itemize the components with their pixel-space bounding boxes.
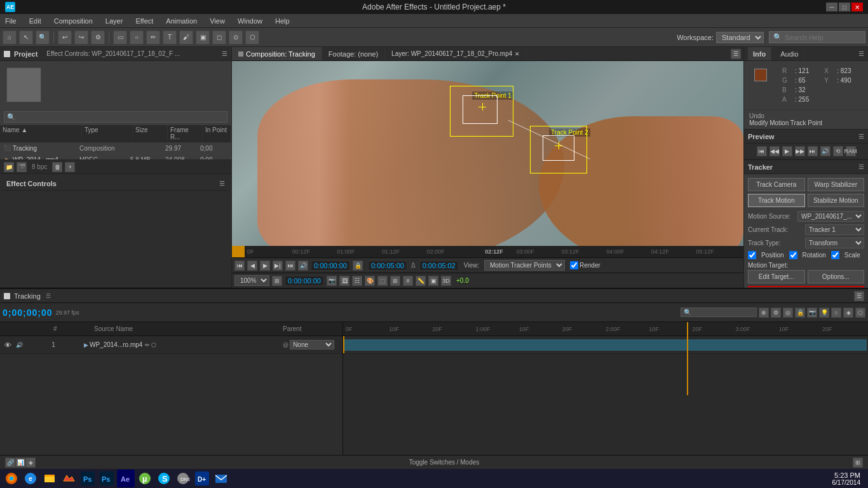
taskbar-ie[interactable]: e (22, 470, 39, 487)
render-checkbox[interactable] (570, 261, 578, 269)
effect-controls-menu-icon[interactable]: ☰ (219, 180, 225, 187)
rotation-checkbox[interactable] (789, 251, 797, 259)
list-item[interactable]: ▶ WP_2014...mp4 MPEG 5.8 MB 24.008 0;00 (0, 154, 231, 159)
layer-tab-close[interactable]: ✕ (515, 51, 520, 57)
layer-bar-row[interactable] (343, 336, 868, 354)
menu-file[interactable]: File (3, 16, 19, 26)
list-item[interactable]: ⬛ Tracking Composition 29.97 0;00 (0, 142, 231, 154)
preview-menu[interactable]: ☰ (858, 133, 864, 140)
toolbar-search[interactable]: 🔍 (36, 30, 50, 44)
current-track-select[interactable]: Tracker 1 (805, 224, 864, 235)
info-tab[interactable]: Info (748, 47, 771, 60)
layer-audio-btn[interactable]: 🔊 (14, 342, 24, 348)
taskbar-photoshop[interactable]: Ps (79, 470, 97, 487)
new-comp-btn[interactable]: 🎬 (17, 162, 27, 172)
audio-btn[interactable]: 🔊 (298, 261, 308, 271)
timecode-duration[interactable]: 0:00:05:00 (368, 261, 407, 271)
motion-source-select[interactable]: WP_20140617_... (797, 211, 864, 222)
tab-layer[interactable]: Layer: WP_20140617_17_18_02_Pro.mp4 ✕ (385, 47, 527, 60)
info-menu[interactable]: ☰ (858, 50, 864, 57)
preview-step-back[interactable]: ◀◀ (770, 146, 780, 156)
preview-ram[interactable]: RAM (846, 146, 856, 156)
position-checkbox[interactable] (748, 251, 756, 259)
edit-target-btn[interactable]: Edit Target... (748, 270, 805, 283)
fit-btn[interactable]: ⊞ (272, 276, 282, 286)
menu-window[interactable]: Window (235, 16, 265, 26)
viewer-menu[interactable]: ☰ (731, 49, 741, 59)
taskbar-skype[interactable]: S (155, 470, 173, 487)
preview-first[interactable]: ⏮ (757, 146, 767, 156)
tl-adjust-btn[interactable]: ◈ (843, 308, 853, 318)
tl-lock-btn[interactable]: 🔒 (795, 308, 805, 318)
preview-loop[interactable]: ⟲ (833, 146, 843, 156)
taskbar-utorrent[interactable]: µ (136, 470, 154, 487)
taskbar-matlab[interactable] (60, 470, 78, 487)
toolbar-eraser[interactable]: ◻ (212, 30, 226, 44)
toolbar-home[interactable]: ⌂ (3, 30, 17, 44)
taskbar-email[interactable] (212, 470, 230, 487)
menu-animation[interactable]: Animation (163, 16, 200, 26)
menu-composition[interactable]: Composition (51, 16, 95, 26)
project-search-input[interactable] (4, 111, 227, 123)
playback-last[interactable]: ⏭ (285, 261, 295, 271)
close-button[interactable]: ✕ (851, 3, 863, 11)
new-folder-btn[interactable]: 📁 (4, 162, 14, 172)
preview-last[interactable]: ⏭ (808, 146, 818, 156)
tl-shape-btn[interactable]: ⬡ (855, 308, 865, 318)
stabilize-motion-btn[interactable]: Stabilize Motion (808, 194, 865, 207)
toolbar-pen[interactable]: ✏ (146, 30, 160, 44)
warp-stabilizer-btn[interactable]: Warp Stabilizer (808, 178, 865, 191)
toolbar-text[interactable]: T (163, 30, 177, 44)
timecode-bottom[interactable]: 0:00:00:00 (285, 276, 324, 286)
tl-settings-btn[interactable]: ⚙ (771, 308, 781, 318)
timecode-delta[interactable]: 0:00:05:02 (419, 261, 459, 271)
toolbar-settings[interactable]: ⚙ (91, 30, 105, 44)
menu-layer[interactable]: Layer (103, 16, 126, 26)
delete-btn[interactable]: 🗑 (52, 162, 62, 172)
zoom-select[interactable]: 100% (234, 275, 269, 286)
roi-btn[interactable]: ⬚ (377, 276, 388, 286)
track-camera-btn[interactable]: Track Camera (748, 178, 805, 191)
tracker-menu[interactable]: ☰ (858, 163, 864, 170)
tl-light-btn[interactable]: 💡 (819, 308, 829, 318)
toolbar-undo[interactable]: ↩ (58, 30, 72, 44)
menu-help[interactable]: Help (273, 16, 292, 26)
toolbar-select[interactable]: ↖ (19, 30, 33, 44)
safe-zones-btn[interactable]: ▣ (428, 276, 438, 286)
toggle-label[interactable]: Toggle Switches / Modes (36, 459, 853, 466)
bottom-mask-btn[interactable]: ◈ (25, 458, 36, 468)
scale-checkbox[interactable] (831, 251, 839, 259)
guides-btn[interactable]: ⊞ (390, 276, 400, 286)
menu-edit[interactable]: Edit (27, 16, 44, 26)
taskbar-ae-cc[interactable]: Ae (117, 470, 135, 487)
snapshot-btn[interactable]: 📷 (327, 276, 337, 286)
tl-camera-btn[interactable]: 📷 (807, 308, 817, 318)
maximize-button[interactable]: □ (839, 3, 850, 11)
toolbar-ellipse[interactable]: ○ (130, 30, 144, 44)
options-btn[interactable]: Options... (808, 270, 865, 283)
add-item-btn[interactable]: + (65, 162, 75, 172)
search-box[interactable]: 🔍 (769, 31, 865, 43)
tl-null-btn[interactable]: ○ (831, 308, 841, 318)
toolbar-brush[interactable]: 🖌 (179, 30, 193, 44)
view-mode-select[interactable]: Motion Tracker Points (484, 260, 565, 271)
playback-next-frame[interactable]: ▶| (273, 261, 283, 271)
bottom-extra-btn[interactable]: ⊞ (853, 458, 863, 468)
timecode-lock[interactable]: 🔒 (353, 261, 363, 271)
menu-effect[interactable]: Effect (133, 16, 156, 26)
layer-edit-icon[interactable]: ✏ (145, 342, 150, 348)
taskbar-files[interactable] (41, 470, 58, 487)
show-channel[interactable]: ☷ (352, 276, 362, 286)
layer-eye-btn[interactable]: 👁 (3, 341, 13, 349)
bottom-graph-btn[interactable]: 📊 (15, 458, 25, 468)
toolbar-roto[interactable]: ⊙ (229, 30, 243, 44)
search-input[interactable] (785, 34, 861, 41)
tl-menu-btn[interactable]: ☰ (854, 291, 864, 301)
tl-solo-btn[interactable]: ◎ (783, 308, 793, 318)
project-search-row[interactable] (0, 109, 231, 125)
playback-play[interactable]: ▶ (260, 261, 270, 271)
show-snapshot-btn[interactable]: 🖼 (339, 276, 349, 286)
ruler-btn[interactable]: 📏 (416, 276, 426, 286)
tl-search-input[interactable] (681, 308, 757, 317)
audio-tab[interactable]: Audio (775, 47, 804, 60)
